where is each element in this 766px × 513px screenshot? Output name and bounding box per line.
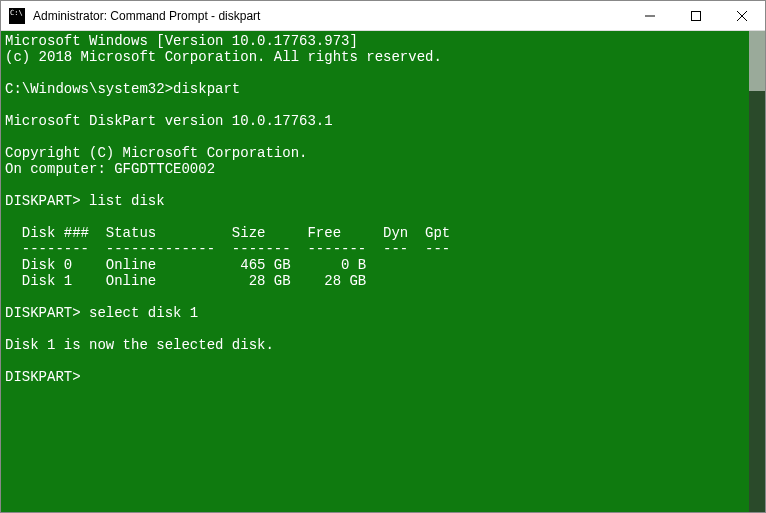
window-controls: [627, 1, 765, 30]
window-titlebar[interactable]: Administrator: Command Prompt - diskpart: [1, 1, 765, 31]
terminal-output: Microsoft Windows [Version 10.0.17763.97…: [1, 31, 765, 387]
close-button[interactable]: [719, 1, 765, 30]
scrollbar-track[interactable]: [749, 31, 765, 512]
cmd-icon: [9, 8, 25, 24]
minimize-button[interactable]: [627, 1, 673, 30]
scrollbar-thumb[interactable]: [749, 31, 765, 91]
window-title: Administrator: Command Prompt - diskpart: [31, 9, 627, 23]
terminal-area[interactable]: Microsoft Windows [Version 10.0.17763.97…: [1, 31, 765, 512]
maximize-button[interactable]: [673, 1, 719, 30]
svg-rect-1: [692, 11, 701, 20]
